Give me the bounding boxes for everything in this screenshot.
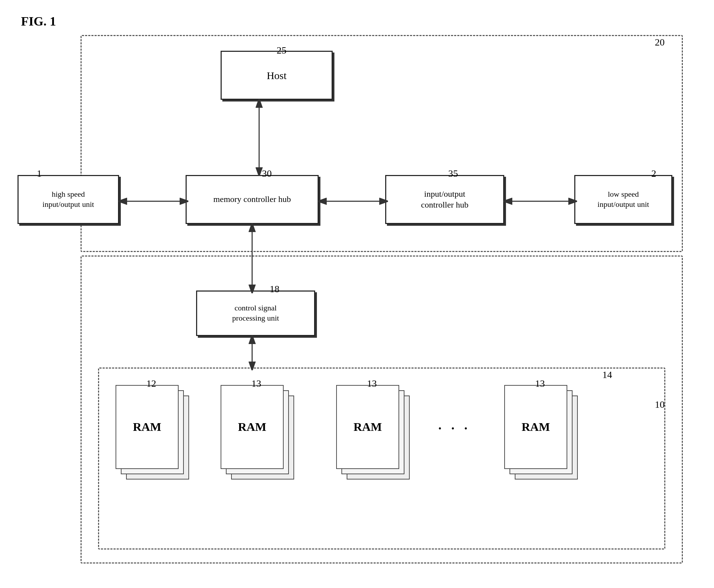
ref-20: 20 (655, 37, 665, 48)
host-box: Host (221, 51, 333, 100)
ellipsis: · · · (438, 418, 470, 439)
host-label: Host (267, 69, 287, 82)
high-speed-io-box: high speed input/output unit (18, 175, 119, 224)
arrow-mch-iohub (318, 191, 388, 212)
ref-14: 14 (602, 369, 612, 380)
ref-25: 25 (277, 45, 286, 56)
csp-label: control signal processing unit (232, 303, 279, 323)
ram-13b-label: RAM (353, 420, 382, 434)
low-speed-io-box: low speed input/output unit (574, 175, 672, 224)
ref-13b: 13 (367, 378, 377, 389)
ram-13a-label: RAM (238, 420, 266, 434)
ram-12-label: RAM (133, 420, 161, 434)
arrow-mch-csp (245, 223, 259, 293)
arrow-host-mch (252, 99, 266, 176)
ref-13a: 13 (251, 378, 261, 389)
arrow-mch-hsio (118, 191, 188, 212)
ref-35: 35 (448, 168, 458, 179)
arrow-csp-ram (245, 335, 259, 370)
ram-stack-12: RAM (116, 385, 193, 518)
ref-2: 2 (651, 168, 656, 179)
ref-12: 12 (146, 378, 156, 389)
ls-io-label: low speed input/output unit (597, 189, 649, 209)
ram-stack-13a: RAM (221, 385, 298, 518)
memory-controller-hub-box: memory controller hub (186, 175, 319, 224)
ref-1: 1 (37, 168, 42, 179)
mch-label: memory controller hub (213, 194, 291, 205)
ram-stack-13b: RAM (336, 385, 413, 518)
arrow-iohub-lsio (504, 191, 577, 212)
io-controller-hub-box: input/output controller hub (385, 175, 504, 224)
ref-18: 18 (270, 284, 279, 295)
hs-io-label: high speed input/output unit (42, 189, 94, 209)
ram-stack-13c: RAM (504, 385, 581, 518)
figure-label: FIG. 1 (21, 14, 56, 29)
control-signal-box: control signal processing unit (196, 290, 315, 336)
ram-13c-label: RAM (521, 420, 550, 434)
ref-13c: 13 (535, 378, 545, 389)
iohub-label: input/output controller hub (421, 189, 468, 210)
